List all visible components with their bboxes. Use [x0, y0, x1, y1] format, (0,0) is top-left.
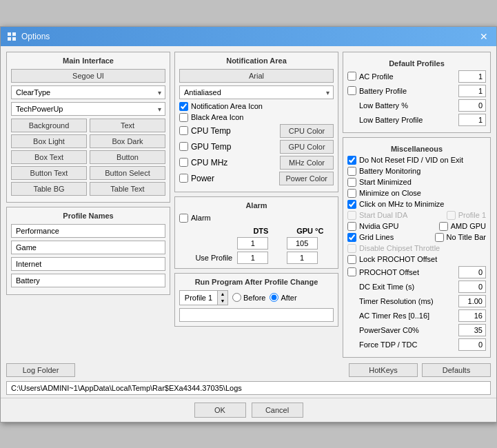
do-not-reset-label[interactable]: Do Not Reset FID / VID on Exit [359, 156, 463, 164]
before-radio[interactable] [232, 293, 241, 302]
power-label[interactable]: Power [191, 174, 276, 183]
after-radio[interactable] [270, 293, 278, 302]
cpu-mhz-label[interactable]: CPU MHz [191, 158, 277, 167]
mhz-color-button[interactable]: MHz Color [280, 156, 334, 170]
cpu-mhz-checkbox[interactable] [179, 158, 188, 167]
table-bg-button[interactable]: Table BG [11, 182, 87, 196]
minimize-on-close-checkbox[interactable] [347, 189, 356, 198]
force-tdp-value[interactable] [458, 338, 486, 351]
start-minimized-checkbox[interactable] [347, 178, 356, 187]
ac-profile-label[interactable]: AC Profile [359, 72, 458, 81]
use-profile-dts-input[interactable] [237, 252, 268, 264]
click-mhz-label[interactable]: Click on MHz to Minimize [359, 200, 444, 208]
alarm-checkbox[interactable] [179, 214, 188, 223]
prochot-offset-checkbox[interactable] [347, 267, 356, 276]
ok-button[interactable]: OK [194, 403, 246, 418]
disable-chipset-row: Disable Chipset Throttle [347, 244, 486, 253]
dc-exit-row: DC Exit Time (s) [347, 281, 486, 293]
text-button[interactable]: Text [90, 119, 165, 132]
ac-profile-checkbox[interactable] [347, 72, 356, 81]
black-icon-checkbox[interactable] [179, 113, 188, 122]
start-minimized-label[interactable]: Start Minimized [359, 178, 412, 186]
battery-monitoring-label[interactable]: Battery Monitoring [359, 167, 420, 175]
close-button[interactable]: ✕ [477, 32, 491, 41]
hotkeys-button[interactable]: HotKeys [349, 363, 418, 377]
box-text-button[interactable]: Box Text [11, 150, 87, 164]
window-icon [6, 31, 17, 42]
cpu-color-button[interactable]: CPU Color [280, 124, 334, 138]
spinbox-down[interactable]: ▼ [218, 298, 227, 305]
before-radio-label[interactable]: Before [232, 293, 265, 302]
prochot-offset-label[interactable]: PROCHOT Offset [359, 268, 419, 276]
minimize-on-close-label[interactable]: Minimize on Close [359, 189, 421, 197]
techpowerup-select[interactable]: TechPowerUp Custom [11, 102, 165, 116]
after-radio-label[interactable]: After [270, 293, 296, 302]
font-name-button[interactable]: Segoe UI [11, 69, 165, 83]
click-mhz-checkbox[interactable] [347, 200, 356, 209]
do-not-reset-checkbox[interactable] [347, 156, 356, 165]
cancel-button[interactable]: Cancel [252, 403, 303, 418]
grid-lines-checkbox[interactable] [347, 233, 356, 242]
notif-icon-label[interactable]: Notification Area Icon [191, 102, 263, 110]
profile-2-input[interactable] [11, 241, 165, 254]
battery-monitoring-checkbox[interactable] [347, 167, 356, 176]
cpu-temp-checkbox[interactable] [179, 126, 188, 135]
cpu-temp-label[interactable]: CPU Temp [191, 126, 277, 136]
amd-gpu-label[interactable]: AMD GPU [451, 222, 486, 230]
grid-lines-label[interactable]: Grid Lines [359, 233, 394, 241]
notif-font-button[interactable]: Arial [179, 69, 334, 83]
alarm-dts-input[interactable] [237, 237, 268, 250]
low-battery-pct-value[interactable] [458, 99, 486, 112]
box-light-button[interactable]: Box Light [11, 134, 87, 148]
alarm-gpu-input[interactable] [287, 237, 318, 250]
black-icon-label[interactable]: Black Area Icon [191, 113, 243, 121]
no-title-bar-label[interactable]: No Title Bar [447, 233, 486, 241]
battery-profile-label[interactable]: Battery Profile [359, 87, 458, 95]
background-button[interactable]: Background [11, 119, 87, 132]
powersaver-value[interactable] [458, 324, 486, 336]
path-input[interactable]: C:\Users\ADMINI~1\AppData\Local\Temp\Rar… [6, 381, 491, 395]
low-battery-profile-value[interactable] [458, 114, 486, 126]
antialias-select[interactable]: Antialiased None [179, 85, 334, 99]
gpu-temp-checkbox[interactable] [179, 142, 188, 151]
timer-res-value[interactable] [458, 295, 486, 307]
profile-spinbox-input[interactable] [180, 291, 218, 305]
gpu-temp-label[interactable]: GPU Temp [191, 142, 277, 152]
lock-prochot-checkbox[interactable] [347, 255, 356, 264]
log-folder-button[interactable]: Log Folder [6, 363, 75, 377]
profile-1-input[interactable] [11, 224, 165, 238]
nvidia-gpu-checkbox[interactable] [347, 222, 356, 231]
profile-3-input[interactable] [11, 257, 165, 271]
prochot-offset-value[interactable] [458, 266, 486, 278]
dc-exit-value[interactable] [458, 281, 486, 293]
cleartype-select[interactable]: ClearType Standard None [11, 85, 165, 99]
profile-4-input[interactable] [11, 274, 165, 287]
amd-gpu-checkbox[interactable] [439, 222, 448, 231]
ac-timer-value[interactable] [458, 309, 486, 322]
defaults-button[interactable]: Defaults [422, 363, 491, 377]
dc-exit-label: DC Exit Time (s) [347, 283, 458, 291]
ac-profile-value[interactable] [458, 70, 486, 83]
alarm-label[interactable]: Alarm [191, 214, 211, 222]
table-text-button[interactable]: Table Text [90, 182, 165, 196]
no-title-bar-checkbox[interactable] [435, 233, 444, 242]
notif-icon-checkbox[interactable] [179, 102, 188, 111]
timer-res-label: Timer Resolution (ms) [347, 297, 458, 305]
button-select-button[interactable]: Button Select [90, 166, 165, 180]
gpu-color-button[interactable]: GPU Color [280, 140, 334, 154]
power-color-button[interactable]: Power Color [279, 172, 334, 185]
button-text-button[interactable]: Button Text [11, 166, 87, 180]
lock-prochot-label[interactable]: Lock PROCHOT Offset [359, 255, 437, 263]
cpu-mhz-row: CPU MHz MHz Color [179, 156, 334, 170]
nvidia-gpu-label[interactable]: Nvidia GPU [359, 222, 398, 230]
battery-profile-checkbox[interactable] [347, 86, 356, 95]
box-dark-button[interactable]: Box Dark [90, 134, 165, 148]
battery-profile-value[interactable] [458, 85, 486, 97]
techpowerup-select-wrap: TechPowerUp Custom [11, 102, 165, 116]
power-checkbox[interactable] [179, 174, 188, 183]
alarm-row: Alarm [179, 214, 334, 223]
button-button[interactable]: Button [90, 150, 165, 164]
program-path-input[interactable] [179, 308, 334, 322]
use-profile-gpu-input[interactable] [287, 252, 318, 264]
spinbox-up[interactable]: ▲ [218, 291, 227, 298]
